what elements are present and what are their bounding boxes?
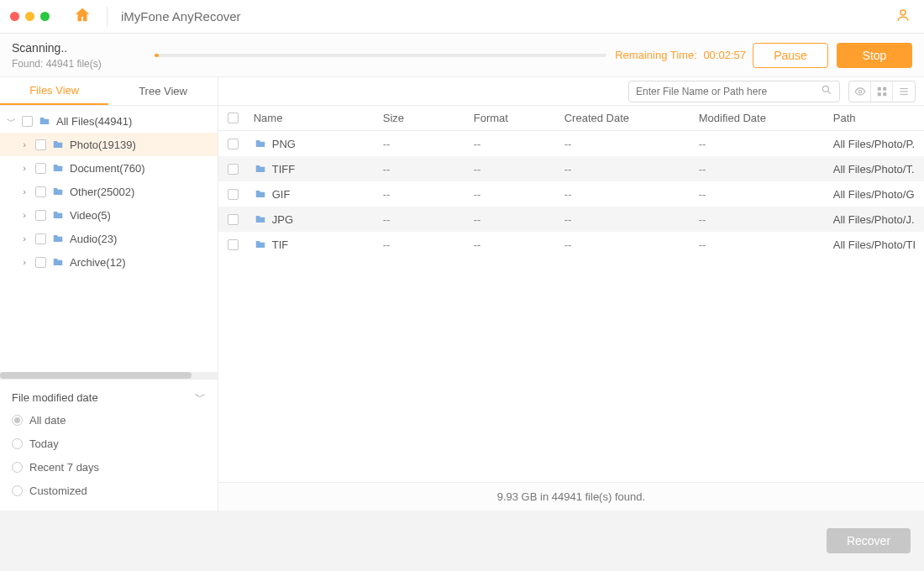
row-path: All Files/Photo/TI: [833, 238, 924, 251]
row-size: --: [383, 238, 474, 251]
tree-item-checkbox[interactable]: [35, 210, 46, 221]
tree-item[interactable]: ›Document(760): [0, 156, 218, 180]
row-modified: --: [699, 238, 833, 251]
filter-option-label: All date: [29, 414, 66, 427]
tab-tree-view[interactable]: Tree View: [108, 77, 217, 105]
chevron-right-icon[interactable]: ›: [18, 163, 30, 173]
row-name: GIF: [272, 188, 291, 201]
row-modified: --: [699, 213, 833, 226]
column-format[interactable]: Format: [474, 112, 564, 124]
chevron-right-icon[interactable]: ›: [18, 257, 30, 267]
svg-rect-7: [883, 92, 886, 96]
chevron-right-icon[interactable]: ›: [18, 210, 30, 220]
preview-toggle[interactable]: [849, 81, 871, 102]
home-icon[interactable]: [73, 6, 92, 27]
grid-view-button[interactable]: [871, 81, 893, 102]
radio-icon[interactable]: [12, 462, 23, 473]
recover-button[interactable]: Recover: [827, 528, 911, 553]
filter-header[interactable]: File modified date ﹀: [12, 386, 206, 408]
column-path[interactable]: Path: [833, 112, 924, 124]
table-row[interactable]: JPG--------All Files/Photo/J.: [218, 207, 924, 232]
row-modified: --: [699, 163, 833, 175]
row-path: All Files/Photo/P.: [833, 138, 924, 150]
sidebar-scrollbar[interactable]: [0, 372, 218, 379]
tree-root-checkbox[interactable]: [22, 116, 33, 127]
list-view-button[interactable]: [893, 81, 915, 102]
column-size[interactable]: Size: [383, 112, 474, 124]
tree-item[interactable]: ›Audio(23): [0, 227, 218, 250]
tab-files-view[interactable]: Files View: [0, 77, 108, 105]
row-modified: --: [699, 188, 833, 201]
row-checkbox[interactable]: [228, 164, 239, 175]
row-checkbox[interactable]: [228, 214, 239, 225]
scan-status: Scanning..: [12, 41, 155, 55]
titlebar: iMyFone AnyRecover: [0, 0, 924, 34]
chevron-right-icon[interactable]: ›: [18, 233, 30, 244]
tree-item[interactable]: ›Photo(19139): [0, 133, 218, 156]
tree-item-checkbox[interactable]: [35, 139, 46, 150]
tree-item-checkbox[interactable]: [35, 233, 46, 244]
row-name: JPG: [272, 213, 293, 226]
chevron-down-icon[interactable]: ﹀: [5, 115, 17, 128]
column-name[interactable]: Name: [249, 112, 383, 124]
zoom-window-button[interactable]: [40, 12, 50, 21]
radio-icon[interactable]: [12, 415, 23, 426]
search-icon[interactable]: [821, 84, 832, 98]
stop-button[interactable]: Stop: [837, 43, 912, 68]
row-format: --: [474, 138, 564, 150]
table-row[interactable]: PNG--------All Files/Photo/P.: [218, 131, 924, 156]
folder-icon: [51, 256, 65, 268]
row-size: --: [383, 138, 474, 150]
tree-item-label: Other(25002): [70, 186, 134, 198]
chevron-right-icon[interactable]: ›: [18, 186, 30, 196]
table-row[interactable]: TIF--------All Files/Photo/TI: [218, 232, 924, 257]
row-checkbox[interactable]: [228, 189, 239, 200]
column-created[interactable]: Created Date: [564, 112, 699, 124]
svg-line-2: [828, 92, 831, 94]
pause-button[interactable]: Pause: [753, 43, 828, 68]
row-modified: --: [699, 138, 833, 150]
tree-root[interactable]: ﹀ All Files(44941): [0, 109, 218, 133]
filter-option[interactable]: Recent 7 days: [12, 455, 206, 479]
tree: ﹀ All Files(44941) ›Photo(19139)›Documen…: [0, 106, 218, 372]
row-name: TIF: [272, 238, 289, 251]
tree-item[interactable]: ›Archive(12): [0, 250, 218, 274]
filter-option[interactable]: Today: [12, 432, 206, 455]
filter-option-label: Customized: [29, 485, 87, 497]
select-all-checkbox[interactable]: [228, 113, 239, 123]
tree-item-checkbox[interactable]: [35, 163, 46, 174]
folder-icon: [51, 186, 65, 197]
row-checkbox[interactable]: [228, 139, 239, 149]
search-input-wrap[interactable]: [628, 81, 840, 102]
folder-icon: [51, 233, 65, 244]
statusbar: 9.93 GB in 44941 file(s) found.: [218, 482, 924, 511]
remaining-label: Remaining Time:: [615, 49, 697, 61]
table-row[interactable]: GIF--------All Files/Photo/G: [218, 181, 924, 207]
folder-icon: [254, 188, 267, 200]
table-row[interactable]: TIFF--------All Files/Photo/T.: [218, 156, 924, 181]
row-checkbox[interactable]: [228, 239, 239, 250]
filter-option[interactable]: Customized: [12, 479, 206, 502]
tree-item-checkbox[interactable]: [35, 257, 46, 268]
folder-icon: [51, 209, 65, 221]
close-window-button[interactable]: [10, 12, 19, 21]
user-icon[interactable]: [895, 8, 911, 25]
tree-item[interactable]: ›Video(5): [0, 203, 218, 227]
row-name: PNG: [272, 138, 296, 150]
svg-point-1: [822, 86, 828, 92]
remaining-time: Remaining Time: 00:02:57: [615, 49, 746, 61]
column-modified[interactable]: Modified Date: [699, 112, 833, 124]
tree-item-checkbox[interactable]: [35, 186, 46, 197]
remaining-time-value: 00:02:57: [703, 49, 746, 61]
search-input[interactable]: [636, 86, 821, 97]
radio-icon[interactable]: [12, 438, 23, 449]
minimize-window-button[interactable]: [25, 12, 34, 21]
folder-icon: [254, 213, 267, 225]
filter-option-label: Today: [29, 437, 59, 450]
app-title: iMyFone AnyRecover: [121, 9, 241, 24]
chevron-right-icon[interactable]: ›: [18, 139, 30, 149]
row-created: --: [564, 138, 699, 150]
filter-option[interactable]: All date: [12, 408, 206, 432]
radio-icon[interactable]: [12, 485, 23, 496]
tree-item[interactable]: ›Other(25002): [0, 180, 218, 203]
